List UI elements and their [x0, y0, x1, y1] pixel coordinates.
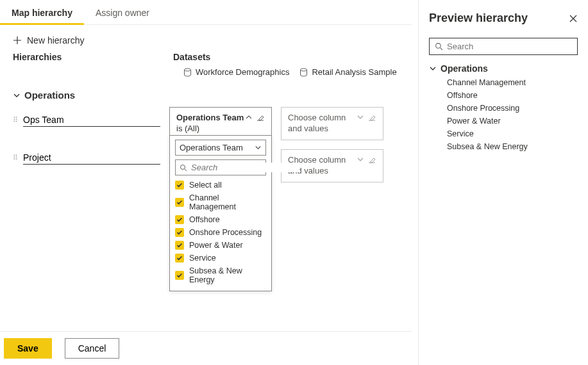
svg-point-2	[181, 165, 185, 169]
preview-panel: Preview hierarchy Operations Channel Man…	[418, 0, 588, 365]
drag-handle-icon[interactable]: ⠿	[13, 117, 17, 122]
cancel-button[interactable]: Cancel	[65, 338, 120, 359]
dropdown-search[interactable]	[175, 159, 266, 175]
option-label: Onshore Processing	[189, 228, 262, 237]
level-input-project[interactable]	[23, 150, 160, 165]
header-datasets: Datasets	[173, 52, 399, 62]
checkbox-checked-icon	[175, 271, 184, 280]
preview-child[interactable]: Onshore Processing	[447, 104, 578, 113]
option-power-water[interactable]: Power & Water	[175, 241, 266, 250]
search-icon	[435, 42, 443, 51]
column-headers: Hierarchies Datasets	[0, 52, 412, 67]
dataset-label: Retail Analysis Sample	[312, 67, 396, 77]
save-button[interactable]: Save	[4, 338, 52, 359]
card-title-line2: is (All)	[176, 124, 199, 133]
column-picker-dropdown: Operations Team Select all Channel Ma	[169, 135, 272, 291]
level-input-ops-team[interactable]	[23, 112, 160, 127]
choose-column-card-row1[interactable]: Choose column and values	[281, 107, 383, 140]
preview-child[interactable]: Offshore	[447, 91, 578, 100]
svg-point-0	[185, 69, 191, 71]
preview-child[interactable]: Power & Water	[447, 117, 578, 126]
plus-icon	[13, 36, 22, 45]
checkbox-checked-icon	[175, 228, 184, 237]
hierarchy-operations-toggle[interactable]: Operations	[13, 86, 399, 107]
svg-point-1	[301, 69, 307, 71]
checkbox-checked-icon	[175, 254, 184, 263]
eraser-icon[interactable]	[367, 155, 376, 164]
eraser-icon[interactable]	[256, 113, 265, 122]
chevron-down-icon	[13, 92, 21, 99]
checkbox-checked-icon	[175, 198, 184, 207]
dataset-icon	[183, 68, 192, 77]
dropdown-search-input[interactable]	[191, 163, 299, 172]
chevron-down-icon	[429, 65, 437, 72]
tab-bar: Map hierarchy Assign owner	[0, 0, 412, 25]
close-icon[interactable]	[569, 14, 578, 23]
checkbox-checked-icon	[175, 181, 184, 190]
level-row-1: ⠿	[13, 112, 160, 127]
chevron-down-icon[interactable]	[356, 113, 365, 122]
column-select-value: Operations Team	[180, 143, 243, 152]
option-label: Power & Water	[189, 241, 243, 250]
option-offshore[interactable]: Offshore	[175, 215, 266, 224]
chevron-down-icon	[255, 144, 262, 151]
hierarchy-name: Operations	[24, 90, 75, 101]
svg-point-3	[436, 44, 441, 49]
choose-label-line2: and values	[288, 124, 328, 133]
option-label: Select all	[189, 181, 222, 190]
preview-title: Preview hierarchy	[429, 12, 528, 25]
checkbox-checked-icon	[175, 241, 184, 250]
option-label: Subsea & New Energy	[189, 266, 266, 284]
dataset-icon	[299, 68, 308, 77]
dataset-retail[interactable]: Retail Analysis Sample	[299, 67, 396, 77]
dataset-label: Workforce Demographics	[196, 67, 289, 77]
option-label: Offshore	[189, 215, 220, 224]
dataset-workforce[interactable]: Workforce Demographics	[183, 67, 289, 77]
preview-search[interactable]	[429, 38, 578, 55]
choose-label-line1: Choose column	[288, 113, 346, 122]
card-title-line1: Operations Team	[176, 113, 244, 122]
drag-handle-icon[interactable]: ⠿	[13, 155, 17, 160]
option-channel-management[interactable]: Channel Management	[175, 193, 266, 211]
level-row-2: ⠿	[13, 150, 160, 165]
option-subsea-new-energy[interactable]: Subsea & New Energy	[175, 266, 266, 284]
chevron-up-icon[interactable]	[244, 113, 253, 122]
option-label: Channel Management	[189, 193, 266, 211]
new-hierarchy-button[interactable]: New hierarchy	[13, 35, 84, 45]
preview-node-operations[interactable]: Operations	[429, 61, 578, 76]
new-hierarchy-label: New hierarchy	[27, 35, 84, 45]
tab-map-hierarchy[interactable]: Map hierarchy	[0, 0, 84, 24]
option-label: Service	[189, 254, 216, 263]
tab-assign-owner[interactable]: Assign owner	[84, 0, 161, 24]
preview-child[interactable]: Subsea & New Energy	[447, 142, 578, 151]
preview-node-label: Operations	[441, 63, 488, 74]
footer: Save Cancel	[0, 331, 412, 365]
option-onshore-processing[interactable]: Onshore Processing	[175, 228, 266, 237]
eraser-icon[interactable]	[367, 113, 376, 122]
option-select-all[interactable]: Select all	[175, 181, 266, 190]
preview-child[interactable]: Channel Management	[447, 78, 578, 87]
header-hierarchies: Hierarchies	[13, 52, 173, 62]
preview-search-input[interactable]	[447, 42, 572, 51]
column-select[interactable]: Operations Team	[175, 140, 266, 156]
checkbox-checked-icon	[175, 215, 184, 224]
option-service[interactable]: Service	[175, 254, 266, 263]
chevron-down-icon[interactable]	[356, 155, 365, 164]
preview-child[interactable]: Service	[447, 129, 578, 138]
search-icon	[180, 164, 187, 172]
